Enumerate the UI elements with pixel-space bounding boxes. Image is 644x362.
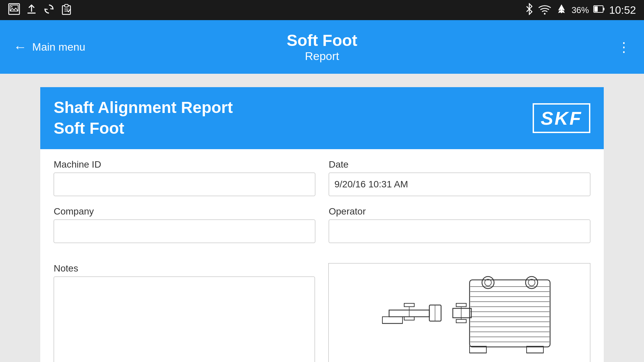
report-title-line1: Shaft Alignment Report xyxy=(54,97,233,118)
app-bar-title: Soft Foot Report xyxy=(287,31,358,63)
status-bar-right: 36% 10:52 xyxy=(525,3,636,17)
status-bar: 36% 10:52 xyxy=(0,0,644,20)
operator-label: Operator xyxy=(329,206,590,217)
app-bar: ← Main menu Soft Foot Report ⋮ xyxy=(0,20,644,74)
svg-rect-35 xyxy=(404,317,414,320)
company-label: Company xyxy=(54,206,315,217)
svg-rect-37 xyxy=(456,303,466,307)
notes-input[interactable] xyxy=(54,277,315,362)
sync-icon xyxy=(43,3,55,17)
svg-rect-5 xyxy=(65,4,68,7)
svg-rect-44 xyxy=(382,317,402,323)
notes-diagram-row: Notes xyxy=(40,263,604,362)
date-input[interactable] xyxy=(329,173,590,196)
machine-id-label: Machine ID xyxy=(54,159,315,170)
status-time: 10:52 xyxy=(609,4,636,16)
more-options-button[interactable]: ⋮ xyxy=(617,39,631,55)
battery-percent: 36% xyxy=(572,5,589,15)
svg-rect-30 xyxy=(453,308,471,318)
upload-icon xyxy=(25,3,38,17)
operator-group: Operator xyxy=(329,206,590,243)
page-subtitle: Report xyxy=(287,50,358,63)
form-section: Machine ID Date Company Operator xyxy=(40,149,604,263)
notes-group: Notes xyxy=(54,263,315,362)
bluetooth-icon xyxy=(525,3,534,17)
machine-date-row: Machine ID Date xyxy=(54,159,590,196)
main-menu-label: Main menu xyxy=(32,41,85,53)
svg-rect-11 xyxy=(603,8,604,10)
svg-rect-12 xyxy=(594,6,598,12)
airplane-icon xyxy=(555,3,568,17)
svg-point-8 xyxy=(544,13,545,14)
report-header: Shaft Alignment Report Soft Foot SKF xyxy=(40,87,604,149)
content-area: Shaft Alignment Report Soft Foot SKF Mac… xyxy=(0,74,644,362)
report-header-title: Shaft Alignment Report Soft Foot xyxy=(54,97,233,139)
machine-id-input[interactable] xyxy=(54,173,315,196)
battery-icon xyxy=(593,3,605,17)
machine-id-group: Machine ID xyxy=(54,159,315,196)
skf-logo: SKF xyxy=(533,103,590,133)
page-title: Soft Foot xyxy=(287,31,358,50)
wifi-icon xyxy=(538,3,551,17)
shaft-diagram xyxy=(328,263,590,362)
shaft-diagram-svg xyxy=(362,266,557,360)
notes-label: Notes xyxy=(54,263,315,274)
svg-rect-34 xyxy=(404,303,414,307)
status-bar-left xyxy=(8,3,72,17)
back-arrow-icon: ← xyxy=(13,40,27,55)
company-group: Company xyxy=(54,206,315,243)
svg-rect-38 xyxy=(456,319,466,323)
report-card: Shaft Alignment Report Soft Foot SKF Mac… xyxy=(40,87,604,362)
company-operator-row: Company Operator xyxy=(54,206,590,243)
svg-point-2 xyxy=(11,6,12,7)
company-input[interactable] xyxy=(54,220,315,243)
clipboard-icon xyxy=(60,3,72,17)
gallery-icon xyxy=(8,3,20,17)
date-label: Date xyxy=(329,159,590,170)
svg-rect-9 xyxy=(561,10,562,13)
operator-input[interactable] xyxy=(329,220,590,243)
date-group: Date xyxy=(329,159,590,196)
back-button[interactable]: ← Main menu xyxy=(13,40,85,55)
report-title-line2: Soft Foot xyxy=(54,118,233,139)
